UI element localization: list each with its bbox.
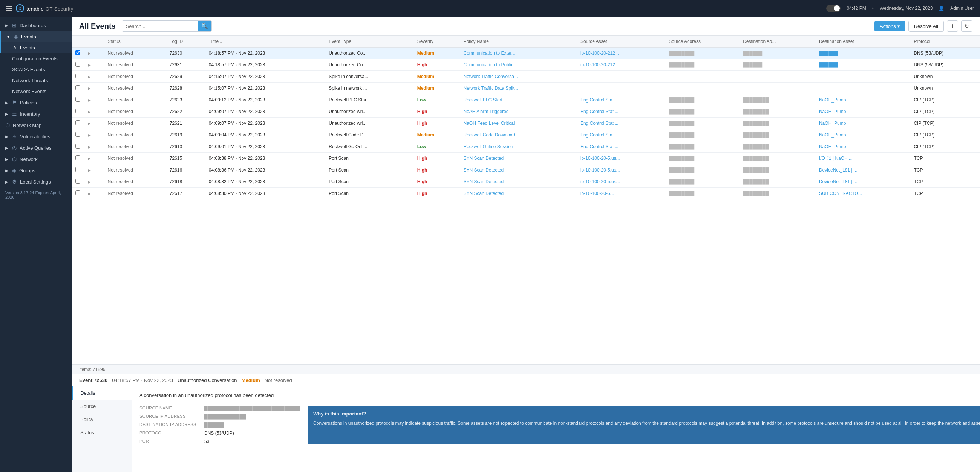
sidebar-item-events[interactable]: ▼ ◈ Events [0,31,72,42]
row-dest-asset[interactable]: DeviceNet_L81 | ... [815,164,910,176]
row-policy[interactable]: NaOH Feed Level Critical [460,118,576,129]
row-expand[interactable]: ▶ [84,176,104,188]
row-source-asset[interactable] [577,71,665,83]
row-dest-asset[interactable]: DeviceNet_L81 | ... [815,176,910,188]
row-policy[interactable]: Rockwell PLC Start [460,94,576,106]
sidebar-item-policies[interactable]: ▶ ⚑ Policies [0,97,72,108]
row-expand[interactable]: ▶ [84,59,104,71]
row-dest-asset[interactable]: NaOH_Pump [815,118,910,129]
row-checkbox[interactable] [72,153,84,164]
table-row[interactable]: ▶ Not resolved 72615 04:08:38 PM · Nov 2… [72,153,980,164]
detail-nav-status[interactable]: Status [72,426,132,439]
row-checkbox[interactable] [72,188,84,199]
col-source-addr[interactable]: Source Address [665,36,739,48]
sidebar-item-network-map[interactable]: ⬡ Network Map [0,120,72,131]
table-row[interactable]: ▶ Not resolved 72613 04:09:01 PM · Nov 2… [72,141,980,153]
row-checkbox[interactable] [72,176,84,188]
row-policy[interactable]: Rockwell Online Session [460,141,576,153]
row-policy[interactable]: Network Traffic Conversa... [460,71,576,83]
sidebar-item-scada-events[interactable]: SCADA Events [0,64,72,75]
row-policy[interactable]: NoAH Alarm Triggered [460,106,576,118]
table-row[interactable]: ▶ Not resolved 72631 04:18:57 PM · Nov 2… [72,59,980,71]
sidebar-item-vulnerabilities[interactable]: ▶ ⚠ Vulnerabilities [0,131,72,142]
sidebar-item-active-queries[interactable]: ▶ ◎ Active Queries [0,142,72,153]
sidebar-item-local-settings[interactable]: ▶ ⚙ Local Settings [0,176,72,187]
resolve-all-button[interactable]: Resolve All [908,21,944,32]
row-expand[interactable]: ▶ [84,141,104,153]
row-checkbox[interactable] [72,94,84,106]
col-status[interactable]: Status [104,36,166,48]
sidebar-item-all-events[interactable]: All Events [0,42,72,53]
table-row[interactable]: ▶ Not resolved 72630 04:18:57 PM · Nov 2… [72,48,980,59]
row-checkbox[interactable] [72,48,84,59]
row-source-asset[interactable]: Eng Control Stati... [577,94,665,106]
row-expand[interactable]: ▶ [84,118,104,129]
row-source-asset[interactable]: ip-10-100-20-5.us... [577,176,665,188]
row-expand[interactable]: ▶ [84,71,104,83]
sidebar-item-config-events[interactable]: Configuration Events [0,53,72,64]
row-expand[interactable]: ▶ [84,164,104,176]
col-dest-addr[interactable]: Destination Ad... [739,36,815,48]
row-policy[interactable]: SYN Scan Detected [460,176,576,188]
sidebar-item-dashboards[interactable]: ▶ ⊞ Dashboards [0,20,72,31]
row-source-asset[interactable] [577,83,665,94]
theme-toggle[interactable] [826,5,840,12]
col-log-id[interactable]: Log ID [166,36,205,48]
row-expand[interactable]: ▶ [84,153,104,164]
table-row[interactable]: ▶ Not resolved 72617 04:08:30 PM · Nov 2… [72,188,980,199]
table-row[interactable]: ▶ Not resolved 72623 04:09:12 PM · Nov 2… [72,94,980,106]
row-policy[interactable]: Network Traffic Data Spik... [460,83,576,94]
table-row[interactable]: ▶ Not resolved 72616 04:08:36 PM · Nov 2… [72,164,980,176]
row-expand[interactable]: ▶ [84,48,104,59]
row-checkbox[interactable] [72,118,84,129]
row-dest-asset[interactable]: NaOH_Pump [815,129,910,141]
row-dest-asset[interactable] [815,83,910,94]
row-dest-asset[interactable]: NaOH_Pump [815,106,910,118]
col-policy[interactable]: Policy Name [460,36,576,48]
row-source-asset[interactable]: ip-10-100-20-5.us... [577,153,665,164]
row-checkbox[interactable] [72,59,84,71]
row-expand[interactable]: ▶ [84,106,104,118]
row-policy[interactable]: SYN Scan Detected [460,188,576,199]
col-time[interactable]: Time ↓ [205,36,325,48]
row-dest-asset[interactable]: SUB CONTRACTO... [815,188,910,199]
row-source-asset[interactable]: Eng Control Stati... [577,141,665,153]
table-row[interactable]: ▶ Not resolved 72628 04:15:07 PM · Nov 2… [72,83,980,94]
row-expand[interactable]: ▶ [84,83,104,94]
col-protocol[interactable]: Protocol [910,36,980,48]
export-button[interactable]: ⬆ [947,20,958,32]
table-row[interactable]: ▶ Not resolved 72619 04:09:04 PM · Nov 2… [72,129,980,141]
detail-nav-details[interactable]: Details [72,386,132,400]
table-row[interactable]: ▶ Not resolved 72622 04:09:07 PM · Nov 2… [72,106,980,118]
row-source-asset[interactable]: ip-10-100-20-5.us... [577,164,665,176]
sidebar-item-network-events[interactable]: Network Events [0,86,72,97]
detail-nav-source[interactable]: Source [72,400,132,413]
table-row[interactable]: ▶ Not resolved 72618 04:08:32 PM · Nov 2… [72,176,980,188]
search-input[interactable] [122,21,197,31]
row-policy[interactable]: Communication to Exter... [460,48,576,59]
row-dest-asset[interactable]: NaOH_Pump [815,141,910,153]
row-dest-asset[interactable]: I/O #1 | NaOH ... [815,153,910,164]
sidebar-item-inventory[interactable]: ▶ ☰ Inventory [0,108,72,120]
row-policy[interactable]: Communication to Public... [460,59,576,71]
row-checkbox[interactable] [72,106,84,118]
table-row[interactable]: ▶ Not resolved 72621 04:09:07 PM · Nov 2… [72,118,980,129]
row-source-asset[interactable]: ip-10-100-20-212... [577,59,665,71]
sidebar-item-network[interactable]: ▶ ⬡ Network [0,153,72,165]
row-checkbox[interactable] [72,129,84,141]
col-dest-asset[interactable]: Destination Asset [815,36,910,48]
row-dest-asset[interactable] [815,71,910,83]
sidebar-item-network-threats[interactable]: Network Threats [0,75,72,86]
search-button[interactable]: 🔍 [197,21,212,31]
row-policy[interactable]: Rockwell Code Download [460,129,576,141]
row-policy[interactable]: SYN Scan Detected [460,164,576,176]
refresh-button[interactable]: ↻ [961,20,972,32]
row-dest-asset[interactable]: NaOH_Pump [815,94,910,106]
row-source-asset[interactable]: Eng Control Stati... [577,129,665,141]
row-source-asset[interactable]: Eng Control Stati... [577,118,665,129]
row-source-asset[interactable]: ip-10-100-20-5... [577,188,665,199]
row-expand[interactable]: ▶ [84,129,104,141]
sidebar-item-groups[interactable]: ▶ ◈ Groups [0,165,72,176]
col-severity[interactable]: Severity [414,36,460,48]
row-dest-asset[interactable]: ██████ [815,59,910,71]
